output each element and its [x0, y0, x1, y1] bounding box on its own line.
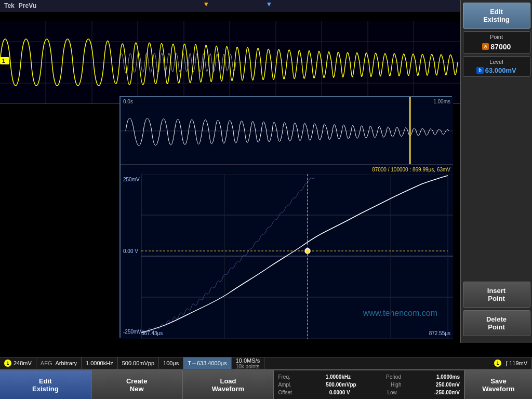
ch2-indicator: 1 [494, 360, 501, 367]
offset-label: Offset [278, 389, 292, 396]
ampl-row: Ampl. 500.00mVpp High 250.00mV [278, 381, 460, 389]
time-cursor-section: T→633.4000µs [183, 357, 231, 369]
ampl-value: 500.00mVpp [326, 381, 356, 389]
point-badge: a [482, 43, 489, 50]
timeline-marker-left [204, 3, 208, 7]
ampl-label: Ampl. [278, 381, 291, 389]
save-waveform-button[interactable]: Save Waveform [464, 370, 532, 399]
offset-value: 0.0000 V [329, 389, 350, 396]
load-waveform-button[interactable]: Load Waveform [183, 370, 274, 399]
period-value: 1.0000ms [436, 373, 460, 381]
high-label: High [391, 381, 402, 389]
level-value: 63.000mV [485, 66, 516, 74]
freq-params-section: Freq. 1.0000kHz Period 1.0000ms Ampl. 50… [274, 370, 464, 399]
ch1-voltage-section: 1 248mV [0, 357, 36, 369]
ch1-indicator: 1 [4, 360, 11, 367]
status-bar: 1 248mV AFG Arbitrary 1.0000kHz 500.00mV… [0, 357, 532, 369]
timeline-marker-right [267, 3, 271, 7]
wave-shape: ∫ [506, 360, 507, 366]
sample-rate: 10.0MS/s [236, 357, 260, 364]
point-value: 87000 [490, 43, 511, 51]
time-div-section: 100µs [159, 357, 183, 369]
waveform-panel: 0.0s 1.00ms 87000 / 100000 : 869.99µs, 6… [119, 96, 452, 338]
afg-label: AFG [41, 360, 52, 366]
freq-value: 1.0000kHz [326, 373, 351, 381]
main-wave-svg: 1 [0, 21, 460, 104]
freq-row: Freq. 1.0000kHz Period 1.0000ms [278, 373, 460, 381]
sample-rate-section: 10.0MS/s 10k points [232, 357, 264, 369]
ch2-voltage: 119mV [509, 360, 527, 366]
low-label: Low [387, 389, 396, 396]
offset-row: Offset 0.0000 V Low -250.00mV [278, 389, 460, 396]
ch1-voltage: 248mV [14, 360, 32, 366]
points-count: 10k points [236, 364, 260, 369]
afg-mode: Arbitrary [55, 360, 77, 366]
freq-section: 1.0000kHz [82, 357, 118, 369]
right-panel: Edit Existing Point a 87000 Level b 63.0… [460, 0, 532, 343]
low-value: -250.00mV [434, 389, 460, 396]
bottom-bar: Edit Existing Create New Load Waveform F… [0, 369, 532, 399]
mini-preview: 0.0s 1.00ms [121, 97, 453, 165]
freq-label: Freq. [278, 373, 290, 381]
ampl-section: 500.00mVpp [118, 357, 159, 369]
edit-existing-button[interactable]: Edit Existing [463, 3, 530, 29]
cursor-info: 87000 / 100000 : 869.99µs, 63mV [121, 165, 453, 174]
level-badge: b [476, 67, 484, 74]
edit-area-svg [121, 174, 453, 339]
insert-point-button[interactable]: Insert Point [463, 282, 530, 308]
ampl-display: 500.00mVpp [122, 360, 154, 366]
title-bar: Tek PreVu [0, 0, 460, 11]
point-label: Point [467, 34, 527, 40]
mini-preview-labels: 0.0s 1.00ms [123, 99, 450, 104]
high-value: 250.00mV [436, 381, 460, 389]
level-display: Level b 63.000mV [463, 56, 530, 77]
time-div: 100µs [163, 360, 179, 366]
create-new-button[interactable]: Create New [91, 370, 183, 399]
svg-point-29 [305, 248, 310, 254]
edit-existing-bottom-button[interactable]: Edit Existing [0, 370, 91, 399]
mini-time-end: 1.00ms [433, 99, 450, 104]
cursor-info-text: 87000 / 100000 : 869.99µs, 63mV [372, 167, 450, 172]
mini-preview-svg [121, 97, 453, 165]
main-wave-area: 1 [0, 21, 460, 104]
time-cursor: T→633.4000µs [188, 360, 227, 366]
mini-time-start: 0.0s [123, 99, 133, 104]
svg-text:1: 1 [2, 58, 5, 64]
ch2-section: 1 ∫ 119mV [264, 357, 532, 369]
period-label: Period [386, 373, 401, 381]
app-name: Tek [4, 2, 15, 9]
point-display: Point a 87000 [463, 31, 530, 54]
afg-section: AFG Arbitrary [36, 357, 82, 369]
level-label: Level [467, 59, 527, 65]
delete-point-button[interactable]: Delete Point [463, 310, 530, 336]
freq-display: 1.0000kHz [86, 360, 113, 366]
view-name: PreVu [19, 2, 36, 9]
edit-area: 250mV 0.00 V -250mV 867.43µs 872.55µs ww… [121, 174, 453, 339]
